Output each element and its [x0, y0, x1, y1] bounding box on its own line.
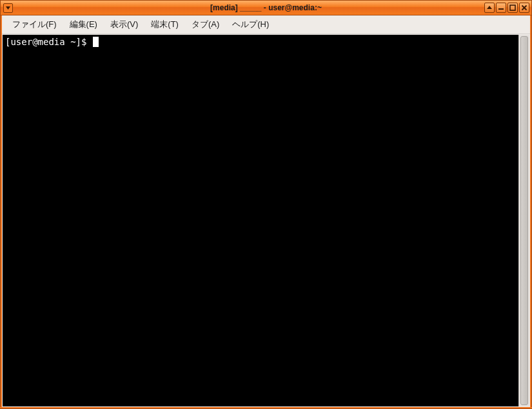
svg-rect-2 — [498, 8, 504, 10]
menu-tabs[interactable]: タブ(A) — [185, 16, 226, 33]
shade-button[interactable] — [484, 3, 495, 13]
menu-help[interactable]: ヘルプ(H) — [226, 16, 275, 33]
scrollbar-thumb[interactable] — [520, 36, 528, 405]
window-menu-button[interactable] — [3, 3, 13, 13]
terminal-prompt: [user@media ~]$ — [5, 37, 92, 47]
svg-marker-0 — [6, 6, 10, 10]
terminal-cursor — [93, 37, 99, 47]
close-icon — [521, 5, 527, 11]
window-title: [media] _____ - user@media:~ — [1, 3, 531, 12]
titlebar-left — [1, 3, 15, 13]
svg-rect-3 — [510, 5, 515, 10]
terminal-window: [media] _____ - user@media:~ — [0, 0, 532, 409]
menu-file[interactable]: ファイル(F) — [6, 16, 63, 33]
maximize-icon — [509, 5, 516, 11]
terminal[interactable]: [user@media ~]$ — [3, 35, 518, 406]
menu-view[interactable]: 表示(V) — [104, 16, 144, 33]
titlebar-controls — [484, 3, 531, 13]
close-button[interactable] — [519, 3, 529, 13]
maximize-button[interactable] — [507, 3, 518, 13]
menubar: ファイル(F) 編集(E) 表示(V) 端末(T) タブ(A) ヘルプ(H) — [2, 15, 530, 34]
menu-terminal[interactable]: 端末(T) — [144, 16, 185, 33]
window-menu-icon — [5, 5, 11, 11]
minimize-icon — [498, 5, 504, 11]
titlebar[interactable]: [media] _____ - user@media:~ — [0, 0, 532, 15]
minimize-button[interactable] — [496, 3, 506, 13]
window-content: ファイル(F) 編集(E) 表示(V) 端末(T) タブ(A) ヘルプ(H) [… — [2, 15, 530, 407]
menu-edit[interactable]: 編集(E) — [63, 16, 104, 33]
terminal-area: [user@media ~]$ — [2, 34, 530, 407]
shade-icon — [486, 5, 493, 11]
svg-marker-1 — [487, 6, 492, 9]
vertical-scrollbar[interactable] — [518, 35, 529, 406]
